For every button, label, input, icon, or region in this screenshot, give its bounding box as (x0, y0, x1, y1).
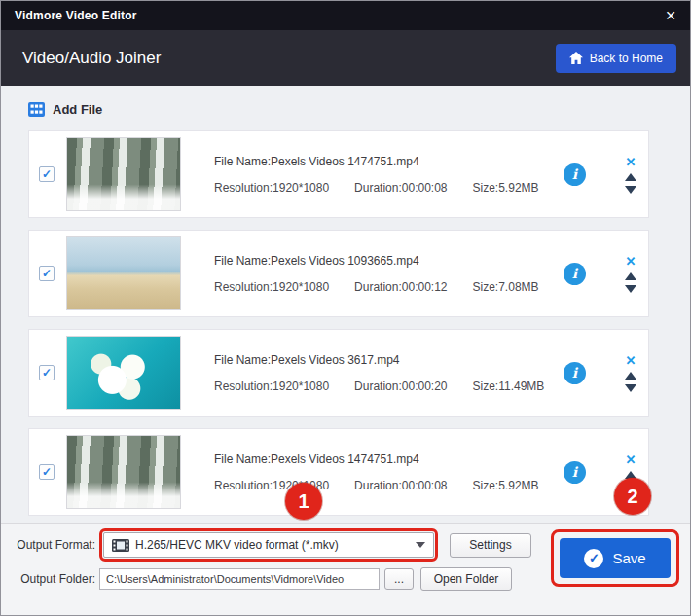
remove-file-icon[interactable]: ✕ (626, 453, 636, 466)
output-folder-label: Output Folder: (1, 572, 95, 586)
file-resolution: Resolution:1920*1080 (214, 380, 329, 393)
video-thumbnail (66, 336, 181, 410)
file-list-panel: Add File ✓ File Name:Pexels Videos 14747… (1, 86, 690, 523)
save-label: Save (612, 550, 645, 566)
video-thumbnail (66, 236, 181, 310)
file-duration: Duration:00:00:08 (354, 479, 447, 492)
mkv-format-icon (112, 539, 129, 552)
file-resolution: Resolution:1920*1080 (214, 181, 329, 195)
back-to-home-button[interactable]: Back to Home (556, 44, 676, 73)
file-size: Size:11.49MB (473, 380, 545, 393)
video-thumbnail (66, 137, 181, 211)
file-name: File Name:Pexels Videos 1474751.mp4 (214, 453, 539, 466)
window-titlebar: Vidmore Video Editor ✕ (1, 1, 690, 30)
remove-file-icon[interactable]: ✕ (626, 255, 636, 268)
file-meta: Resolution:1920*1080Duration:00:00:08Siz… (214, 181, 539, 195)
remove-file-icon[interactable]: ✕ (626, 354, 636, 367)
save-check-icon: ✓ (584, 549, 603, 568)
move-up-icon[interactable] (625, 372, 636, 380)
file-row: ✓ File Name:Pexels Videos 1474751.mp4 Re… (28, 428, 649, 516)
file-name: File Name:Pexels Videos 1474751.mp4 (214, 155, 539, 168)
file-row: ✓ File Name:Pexels Videos 1093665.mp4 Re… (28, 230, 649, 317)
annotation-step-1: 1 (285, 483, 322, 520)
file-resolution: Resolution:1920*1080 (214, 280, 329, 294)
row-controls: ✕ (621, 354, 640, 392)
file-duration: Duration:00:00:08 (354, 181, 447, 195)
window-title: Vidmore Video Editor (15, 9, 137, 22)
file-name: File Name:Pexels Videos 1093665.mp4 (214, 254, 539, 268)
info-icon[interactable]: i (564, 362, 586, 384)
browse-button[interactable]: ... (384, 568, 414, 590)
file-duration: Duration:00:00:20 (354, 380, 447, 393)
file-name: File Name:Pexels Videos 3617.mp4 (214, 353, 544, 367)
video-thumbnail (66, 435, 181, 509)
settings-button[interactable]: Settings (450, 533, 531, 558)
move-down-icon[interactable] (625, 384, 636, 392)
file-size: Size:7.08MB (473, 280, 539, 294)
output-panel: Output Format: H.265/HEVC MKV video form… (1, 523, 690, 616)
info-icon[interactable]: i (564, 461, 586, 484)
add-file-label: Add File (53, 102, 102, 117)
page-title: Video/Audio Joiner (22, 49, 161, 68)
file-size: Size:5.92MB (473, 479, 539, 492)
page-header: Video/Audio Joiner Back to Home (1, 30, 690, 86)
file-duration: Duration:00:00:12 (354, 280, 447, 294)
close-icon[interactable]: ✕ (665, 9, 676, 22)
add-file-icon (28, 102, 45, 117)
row-controls: ✕ (621, 156, 640, 194)
file-meta: Resolution:1920*1080Duration:00:00:08Siz… (214, 479, 539, 492)
open-folder-button[interactable]: Open Folder (420, 567, 512, 591)
file-row: ✓ File Name:Pexels Videos 1474751.mp4 Re… (28, 130, 649, 218)
file-meta: Resolution:1920*1080Duration:00:00:20Siz… (214, 380, 544, 393)
output-format-select[interactable]: H.265/HEVC MKV video format (*.mkv) (103, 532, 434, 558)
add-file-button[interactable]: Add File (28, 95, 649, 123)
annotation-box-format: H.265/HEVC MKV video format (*.mkv) (99, 528, 438, 562)
annotation-box-save: ✓ Save (551, 529, 679, 587)
row-controls: ✕ (621, 255, 640, 293)
move-up-icon[interactable] (625, 173, 636, 181)
save-button[interactable]: ✓ Save (560, 538, 671, 578)
file-checkbox[interactable]: ✓ (39, 166, 55, 182)
file-info: File Name:Pexels Videos 1474751.mp4 Reso… (214, 453, 539, 492)
output-format-value: H.265/HEVC MKV video format (*.mkv) (135, 538, 410, 552)
file-checkbox[interactable]: ✓ (39, 365, 55, 380)
file-meta: Resolution:1920*1080Duration:00:00:12Siz… (214, 280, 539, 294)
output-format-label: Output Format: (1, 538, 95, 552)
back-to-home-label: Back to Home (590, 52, 663, 65)
chevron-down-icon (416, 542, 425, 548)
annotation-step-2: 2 (614, 478, 651, 515)
output-folder-input[interactable] (99, 568, 380, 590)
move-up-icon[interactable] (625, 272, 636, 280)
remove-file-icon[interactable]: ✕ (626, 156, 636, 168)
move-down-icon[interactable] (625, 285, 636, 293)
file-checkbox[interactable]: ✓ (39, 464, 55, 480)
app-window: Vidmore Video Editor ✕ Video/Audio Joine… (0, 0, 691, 616)
file-row: ✓ File Name:Pexels Videos 3617.mp4 Resol… (28, 329, 649, 417)
file-checkbox[interactable]: ✓ (39, 266, 55, 281)
move-down-icon[interactable] (625, 186, 636, 194)
file-info: File Name:Pexels Videos 1474751.mp4 Reso… (214, 155, 539, 195)
home-icon (569, 52, 583, 64)
file-info: File Name:Pexels Videos 3617.mp4 Resolut… (214, 353, 544, 393)
file-size: Size:5.92MB (473, 181, 539, 195)
info-icon[interactable]: i (564, 163, 586, 186)
file-info: File Name:Pexels Videos 1093665.mp4 Reso… (214, 254, 539, 294)
info-icon[interactable]: i (564, 263, 586, 285)
